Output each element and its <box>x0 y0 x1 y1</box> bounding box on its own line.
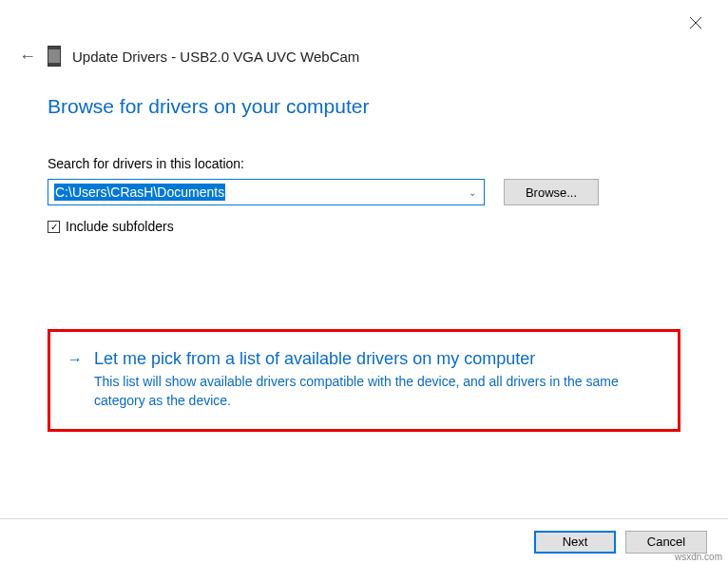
back-arrow-icon[interactable]: ← <box>19 47 36 67</box>
path-text: C:\Users\CRasH\Documents <box>54 184 225 201</box>
device-icon <box>48 46 61 67</box>
arrow-right-icon: → <box>67 351 83 410</box>
checkbox-icon: ✓ <box>48 221 60 233</box>
dialog-footer: Next Cancel <box>0 518 728 564</box>
next-button[interactable]: Next <box>534 531 616 554</box>
browse-button[interactable]: Browse... <box>504 179 599 205</box>
option-title: Let me pick from a list of available dri… <box>94 349 651 369</box>
pick-from-list-option[interactable]: → Let me pick from a list of available d… <box>48 329 680 432</box>
close-button[interactable] <box>682 11 709 36</box>
cancel-button[interactable]: Cancel <box>625 531 707 554</box>
search-label: Search for drivers in this location: <box>48 156 680 171</box>
driver-path-input[interactable]: C:\Users\CRasH\Documents ⌄ <box>48 179 485 205</box>
option-description: This list will show available drivers co… <box>94 373 651 410</box>
include-subfolders-label: Include subfolders <box>66 219 174 234</box>
dialog-header: ← Update Drivers - USB2.0 VGA UVC WebCam <box>0 0 728 67</box>
page-heading: Browse for drivers on your computer <box>48 95 680 118</box>
dialog-title: Update Drivers - USB2.0 VGA UVC WebCam <box>72 49 359 65</box>
chevron-down-icon[interactable]: ⌄ <box>469 187 476 198</box>
watermark: wsxdn.com <box>675 552 722 562</box>
include-subfolders-checkbox[interactable]: ✓ Include subfolders <box>48 219 680 234</box>
